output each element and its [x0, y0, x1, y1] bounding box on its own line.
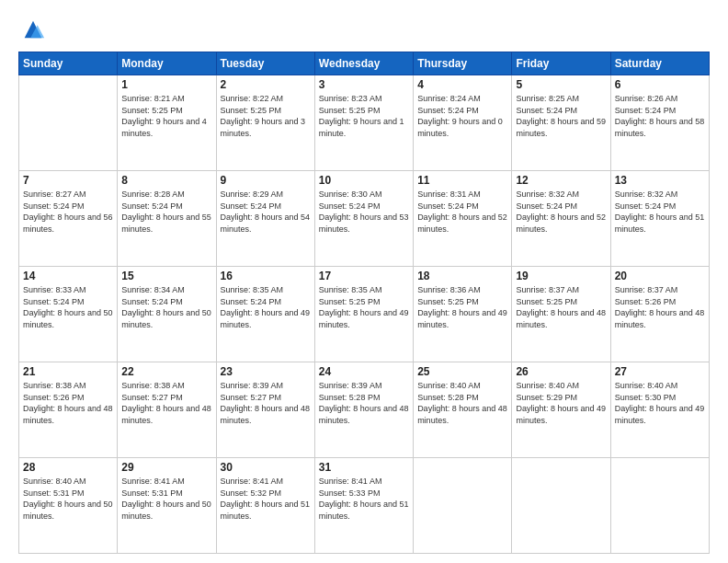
day-cell: 31Sunrise: 8:41 AMSunset: 5:33 PMDayligh…	[314, 458, 413, 554]
day-cell: 27Sunrise: 8:40 AMSunset: 5:30 PMDayligh…	[610, 362, 709, 458]
day-number: 2	[221, 78, 311, 91]
day-cell: 2Sunrise: 8:22 AMSunset: 5:25 PMDaylight…	[216, 75, 314, 171]
day-info: Sunrise: 8:24 AMSunset: 5:24 PMDaylight:…	[417, 93, 507, 139]
day-number: 9	[221, 174, 311, 187]
day-info: Sunrise: 8:37 AMSunset: 5:26 PMDaylight:…	[615, 284, 705, 330]
day-number: 7	[23, 174, 113, 187]
week-row-4: 21Sunrise: 8:38 AMSunset: 5:26 PMDayligh…	[19, 362, 710, 458]
day-cell: 30Sunrise: 8:41 AMSunset: 5:32 PMDayligh…	[216, 458, 314, 554]
day-number: 6	[615, 78, 705, 91]
day-cell: 7Sunrise: 8:27 AMSunset: 5:24 PMDaylight…	[19, 171, 118, 267]
day-number: 1	[121, 78, 211, 91]
logo	[18, 17, 46, 42]
calendar-table: SundayMondayTuesdayWednesdayThursdayFrid…	[18, 52, 710, 554]
day-cell: 1Sunrise: 8:21 AMSunset: 5:25 PMDaylight…	[118, 75, 216, 171]
day-info: Sunrise: 8:40 AMSunset: 5:30 PMDaylight:…	[615, 380, 705, 426]
day-cell: 10Sunrise: 8:30 AMSunset: 5:24 PMDayligh…	[314, 171, 413, 267]
day-cell: 25Sunrise: 8:40 AMSunset: 5:28 PMDayligh…	[414, 362, 512, 458]
page: SundayMondayTuesdayWednesdayThursdayFrid…	[0, 0, 728, 563]
day-number: 4	[417, 78, 507, 91]
day-info: Sunrise: 8:26 AMSunset: 5:24 PMDaylight:…	[615, 93, 705, 139]
day-info: Sunrise: 8:33 AMSunset: 5:24 PMDaylight:…	[23, 284, 113, 330]
day-info: Sunrise: 8:23 AMSunset: 5:25 PMDaylight:…	[319, 93, 409, 139]
day-number: 30	[221, 461, 311, 474]
day-number: 21	[23, 365, 113, 378]
day-cell	[512, 458, 610, 554]
day-cell: 11Sunrise: 8:31 AMSunset: 5:24 PMDayligh…	[414, 171, 512, 267]
day-cell: 12Sunrise: 8:32 AMSunset: 5:24 PMDayligh…	[512, 171, 610, 267]
day-number: 29	[121, 461, 211, 474]
weekday-header-friday: Friday	[512, 52, 610, 75]
weekday-header-row: SundayMondayTuesdayWednesdayThursdayFrid…	[19, 52, 710, 75]
day-info: Sunrise: 8:35 AMSunset: 5:24 PMDaylight:…	[221, 284, 311, 330]
day-number: 12	[516, 174, 606, 187]
day-info: Sunrise: 8:38 AMSunset: 5:27 PMDaylight:…	[121, 380, 211, 426]
day-cell	[414, 458, 512, 554]
day-cell: 18Sunrise: 8:36 AMSunset: 5:25 PMDayligh…	[414, 267, 512, 362]
day-number: 26	[516, 365, 606, 378]
day-number: 14	[23, 270, 113, 282]
day-number: 8	[121, 174, 211, 187]
logo-icon	[20, 17, 46, 42]
day-cell: 22Sunrise: 8:38 AMSunset: 5:27 PMDayligh…	[118, 362, 216, 458]
day-cell: 6Sunrise: 8:26 AMSunset: 5:24 PMDaylight…	[610, 75, 709, 171]
day-info: Sunrise: 8:36 AMSunset: 5:25 PMDaylight:…	[417, 284, 507, 330]
day-number: 20	[615, 270, 705, 282]
week-row-5: 28Sunrise: 8:40 AMSunset: 5:31 PMDayligh…	[19, 458, 710, 554]
day-info: Sunrise: 8:31 AMSunset: 5:24 PMDaylight:…	[417, 189, 507, 235]
day-number: 15	[121, 270, 211, 282]
day-number: 3	[319, 78, 409, 91]
day-cell: 13Sunrise: 8:32 AMSunset: 5:24 PMDayligh…	[610, 171, 709, 267]
day-cell: 28Sunrise: 8:40 AMSunset: 5:31 PMDayligh…	[19, 458, 118, 554]
day-info: Sunrise: 8:40 AMSunset: 5:28 PMDaylight:…	[417, 380, 507, 426]
weekday-header-wednesday: Wednesday	[314, 52, 413, 75]
day-cell: 14Sunrise: 8:33 AMSunset: 5:24 PMDayligh…	[19, 267, 118, 362]
day-number: 23	[221, 365, 311, 378]
day-info: Sunrise: 8:41 AMSunset: 5:31 PMDaylight:…	[121, 476, 211, 522]
day-cell: 3Sunrise: 8:23 AMSunset: 5:25 PMDaylight…	[314, 75, 413, 171]
day-info: Sunrise: 8:25 AMSunset: 5:24 PMDaylight:…	[516, 93, 606, 139]
day-cell: 9Sunrise: 8:29 AMSunset: 5:24 PMDaylight…	[216, 171, 314, 267]
day-info: Sunrise: 8:30 AMSunset: 5:24 PMDaylight:…	[319, 189, 409, 235]
day-cell: 26Sunrise: 8:40 AMSunset: 5:29 PMDayligh…	[512, 362, 610, 458]
day-cell	[19, 75, 118, 171]
day-cell: 24Sunrise: 8:39 AMSunset: 5:28 PMDayligh…	[314, 362, 413, 458]
day-number: 22	[121, 365, 211, 378]
day-cell: 15Sunrise: 8:34 AMSunset: 5:24 PMDayligh…	[118, 267, 216, 362]
day-cell: 8Sunrise: 8:28 AMSunset: 5:24 PMDaylight…	[118, 171, 216, 267]
day-number: 31	[319, 461, 409, 474]
day-info: Sunrise: 8:28 AMSunset: 5:24 PMDaylight:…	[121, 189, 211, 235]
day-number: 5	[516, 78, 606, 91]
day-number: 13	[615, 174, 705, 187]
day-info: Sunrise: 8:29 AMSunset: 5:24 PMDaylight:…	[221, 189, 311, 235]
day-info: Sunrise: 8:37 AMSunset: 5:25 PMDaylight:…	[516, 284, 606, 330]
day-cell: 20Sunrise: 8:37 AMSunset: 5:26 PMDayligh…	[610, 267, 709, 362]
weekday-header-monday: Monday	[118, 52, 216, 75]
day-cell: 5Sunrise: 8:25 AMSunset: 5:24 PMDaylight…	[512, 75, 610, 171]
day-cell: 17Sunrise: 8:35 AMSunset: 5:25 PMDayligh…	[314, 267, 413, 362]
day-info: Sunrise: 8:32 AMSunset: 5:24 PMDaylight:…	[516, 189, 606, 235]
day-cell: 19Sunrise: 8:37 AMSunset: 5:25 PMDayligh…	[512, 267, 610, 362]
day-info: Sunrise: 8:32 AMSunset: 5:24 PMDaylight:…	[615, 189, 705, 235]
day-info: Sunrise: 8:27 AMSunset: 5:24 PMDaylight:…	[23, 189, 113, 235]
day-cell: 23Sunrise: 8:39 AMSunset: 5:27 PMDayligh…	[216, 362, 314, 458]
day-info: Sunrise: 8:41 AMSunset: 5:33 PMDaylight:…	[319, 476, 409, 522]
day-info: Sunrise: 8:34 AMSunset: 5:24 PMDaylight:…	[121, 284, 211, 330]
day-info: Sunrise: 8:39 AMSunset: 5:28 PMDaylight:…	[319, 380, 409, 426]
day-number: 19	[516, 270, 606, 282]
day-number: 24	[319, 365, 409, 378]
day-info: Sunrise: 8:39 AMSunset: 5:27 PMDaylight:…	[221, 380, 311, 426]
weekday-header-sunday: Sunday	[19, 52, 118, 75]
day-cell: 16Sunrise: 8:35 AMSunset: 5:24 PMDayligh…	[216, 267, 314, 362]
day-cell: 4Sunrise: 8:24 AMSunset: 5:24 PMDaylight…	[414, 75, 512, 171]
day-info: Sunrise: 8:41 AMSunset: 5:32 PMDaylight:…	[221, 476, 311, 522]
day-info: Sunrise: 8:40 AMSunset: 5:31 PMDaylight:…	[23, 476, 113, 522]
day-number: 10	[319, 174, 409, 187]
week-row-3: 14Sunrise: 8:33 AMSunset: 5:24 PMDayligh…	[19, 267, 710, 362]
day-number: 16	[221, 270, 311, 282]
day-info: Sunrise: 8:35 AMSunset: 5:25 PMDaylight:…	[319, 284, 409, 330]
day-cell	[610, 458, 709, 554]
week-row-2: 7Sunrise: 8:27 AMSunset: 5:24 PMDaylight…	[19, 171, 710, 267]
week-row-1: 1Sunrise: 8:21 AMSunset: 5:25 PMDaylight…	[19, 75, 710, 171]
weekday-header-saturday: Saturday	[610, 52, 709, 75]
